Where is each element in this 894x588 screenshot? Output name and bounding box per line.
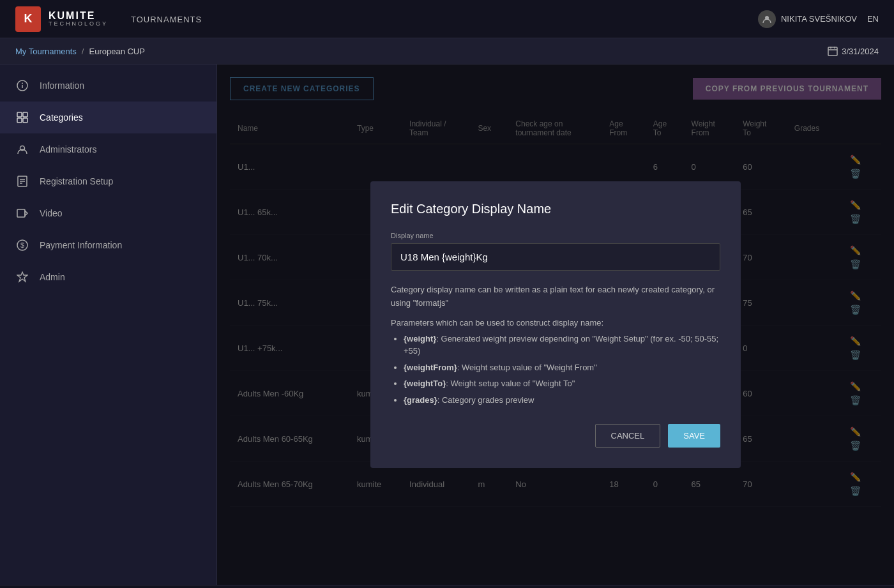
modal-params: Parameters which can be used to construc…	[391, 318, 720, 407]
information-icon	[15, 79, 29, 93]
sidebar-item-categories[interactable]: Categories	[0, 102, 216, 133]
sidebar-label-video: Video	[40, 208, 63, 218]
list-item: {weightFrom}: Weight setup value of "Wei…	[404, 361, 720, 374]
header: K KUMITE TECHNOLOGY TOURNAMENTS NIKITA S…	[0, 0, 894, 38]
sidebar-label-payment-information: Payment Information	[40, 240, 122, 250]
main-layout: Information Categories Administrators Re…	[0, 64, 894, 585]
calendar-icon	[828, 46, 838, 56]
display-name-input[interactable]	[391, 243, 720, 271]
video-icon	[15, 206, 29, 220]
sidebar-item-video[interactable]: Video	[0, 197, 216, 229]
main-nav: TOURNAMENTS	[131, 13, 202, 25]
sidebar-item-admin[interactable]: Admin	[0, 261, 216, 293]
svg-marker-21	[17, 272, 27, 282]
sidebar-item-information[interactable]: Information	[0, 70, 216, 102]
user-icon	[758, 10, 776, 28]
administrators-icon	[15, 142, 29, 156]
svg-rect-11	[23, 118, 27, 123]
logo-text: KUMITE TECHNOLOGY	[49, 11, 108, 27]
cancel-button[interactable]: CANCEL	[595, 424, 661, 448]
breadcrumb: My Tournaments / European CUP	[15, 47, 145, 56]
save-button[interactable]: SAVE	[668, 424, 720, 448]
user-name: NIKITA SVEŠNIKOV	[781, 14, 857, 24]
date-info: 3/31/2024	[828, 46, 879, 56]
svg-rect-9	[23, 112, 27, 117]
edit-category-modal: Edit Category Display Name Display name …	[370, 181, 741, 468]
svg-rect-10	[17, 118, 22, 123]
user-area[interactable]: NIKITA SVEŠNIKOV	[758, 10, 857, 28]
svg-rect-8	[17, 112, 22, 117]
main-content: CREATE NEW CATEGORIES COPY FROM PREVIOUS…	[217, 64, 894, 585]
sidebar: Information Categories Administrators Re…	[0, 64, 217, 585]
svg-rect-1	[828, 47, 837, 56]
svg-text:$: $	[20, 241, 24, 249]
modal-params-intro: Parameters which can be used to construc…	[391, 318, 720, 328]
breadcrumb-bar: My Tournaments / European CUP 3/31/2024	[0, 38, 894, 64]
categories-icon	[15, 110, 29, 124]
footer: © KumiteTechnology 2024	[0, 585, 894, 588]
display-name-group: Display name	[391, 232, 720, 271]
list-item: {weightTo}: Weight setup value of "Weigh…	[404, 377, 720, 390]
list-item: {weight}: Generated weight preview depen…	[404, 333, 720, 358]
modal-description: Category display name can be written as …	[391, 283, 720, 310]
breadcrumb-current: European CUP	[89, 47, 144, 56]
sidebar-label-information: Information	[40, 80, 84, 91]
modal-actions: CANCEL SAVE	[391, 424, 720, 448]
registration-icon	[15, 174, 29, 188]
sidebar-item-registration-setup[interactable]: Registration Setup	[0, 165, 216, 197]
modal-title: Edit Category Display Name	[391, 202, 720, 216]
sidebar-label-registration-setup: Registration Setup	[40, 176, 113, 186]
logo-icon: K	[15, 6, 41, 32]
sidebar-label-admin: Admin	[40, 272, 65, 282]
header-right: NIKITA SVEŠNIKOV EN	[758, 10, 879, 28]
payment-icon: $	[15, 238, 29, 252]
sidebar-item-payment-information[interactable]: $ Payment Information	[0, 229, 216, 261]
sidebar-label-categories: Categories	[40, 112, 83, 123]
svg-marker-18	[25, 211, 27, 216]
list-item: {grades}: Category grades preview	[404, 394, 720, 407]
logo-kumite: KUMITE	[49, 11, 108, 21]
nav-tournaments[interactable]: TOURNAMENTS	[131, 15, 202, 24]
sidebar-label-administrators: Administrators	[40, 144, 96, 155]
breadcrumb-separator: /	[82, 47, 84, 56]
display-name-label: Display name	[391, 232, 720, 239]
sidebar-item-administrators[interactable]: Administrators	[0, 133, 216, 165]
language-selector[interactable]: EN	[867, 14, 879, 24]
modal-overlay: Edit Category Display Name Display name …	[217, 64, 894, 585]
logo-technology: TECHNOLOGY	[49, 21, 108, 27]
breadcrumb-my-tournaments[interactable]: My Tournaments	[15, 47, 77, 56]
svg-rect-17	[17, 209, 25, 217]
svg-point-7	[22, 83, 23, 84]
admin-icon	[15, 270, 29, 284]
logo-area: K KUMITE TECHNOLOGY TOURNAMENTS	[15, 6, 202, 32]
date-display: 3/31/2024	[842, 47, 879, 56]
